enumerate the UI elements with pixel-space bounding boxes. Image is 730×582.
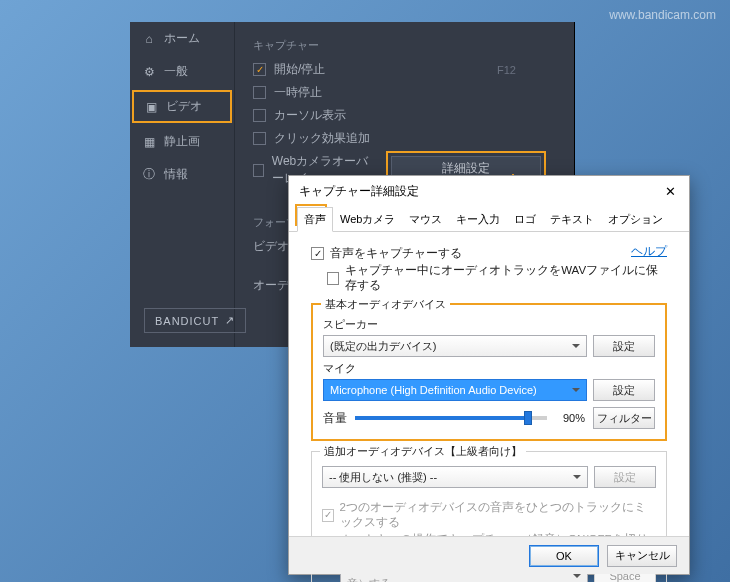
sidebar-item-label: ビデオ (166, 98, 202, 115)
capture-advanced-dialog: キャプチャー詳細設定 ✕ 音声 Webカメラ マウス キー入力 ロゴ テキスト … (288, 175, 690, 575)
gear-icon: ⚙ (142, 65, 156, 79)
checkbox-label: 2つのオーディオデバイスの音声をひとつのトラックにミックスする (340, 500, 657, 530)
tab-keyinput[interactable]: キー入力 (449, 207, 507, 232)
volume-row: 音量 90% フィルター (323, 407, 655, 429)
checkbox-icon[interactable] (253, 86, 266, 99)
cancel-button[interactable]: キャンセル (607, 545, 677, 567)
basic-audio-group: 基本オーディオデバイス スピーカー (既定の出力デバイス) 設定 マイク Mic… (311, 303, 667, 441)
tab-text[interactable]: テキスト (543, 207, 601, 232)
extra-device-dropdown[interactable]: -- 使用しない (推奨) -- (322, 466, 588, 488)
speaker-settings-button[interactable]: 設定 (593, 335, 655, 357)
sidebar-item-video[interactable]: ▣ ビデオ (132, 90, 232, 123)
info-icon: ⓘ (142, 168, 156, 182)
volume-value: 90% (555, 412, 585, 424)
checkbox-icon[interactable] (253, 132, 266, 145)
mic-settings-button[interactable]: 設定 (593, 379, 655, 401)
tab-mouse[interactable]: マウス (402, 207, 449, 232)
sidebar-item-label: ホーム (164, 30, 200, 47)
ok-button[interactable]: OK (529, 545, 599, 567)
bandicut-label: BANDICUT (155, 315, 219, 327)
tab-option[interactable]: オプション (601, 207, 670, 232)
group-legend: 追加オーディオデバイス【上級者向け】 (320, 444, 526, 459)
dialog-title: キャプチャー詳細設定 (299, 183, 419, 200)
opt-pause[interactable]: 一時停止 (253, 84, 556, 101)
home-icon: ⌂ (142, 32, 156, 46)
sidebar-item-image[interactable]: ▦ 静止画 (130, 125, 234, 158)
sidebar-item-general[interactable]: ⚙ 一般 (130, 55, 234, 88)
image-icon: ▦ (142, 135, 156, 149)
dropdown-value: Microphone (High Definition Audio Device… (330, 384, 537, 396)
volume-thumb[interactable] (524, 411, 532, 425)
speaker-label: スピーカー (323, 317, 655, 332)
checkbox-label: キャプチャー中にオーディオトラックをWAVファイルに保存する (345, 263, 667, 293)
checkbox-icon[interactable] (253, 109, 266, 122)
opt-record-toggle[interactable]: 開始/停止 F12 (253, 61, 556, 78)
external-link-icon: ↗ (225, 314, 235, 327)
help-link[interactable]: ヘルプ (631, 244, 667, 259)
opt-label: 開始/停止 (274, 61, 325, 78)
opt-click-effect[interactable]: クリック効果追加 (253, 130, 556, 147)
sidebar-item-label: 情報 (164, 166, 188, 183)
tab-logo[interactable]: ロゴ (507, 207, 543, 232)
dropdown-value: (既定の出力デバイス) (330, 339, 436, 354)
sidebar-item-info[interactable]: ⓘ 情報 (130, 158, 234, 191)
mix-checkbox: 2つのオーディオデバイスの音声をひとつのトラックにミックスする (322, 500, 656, 530)
close-icon: ✕ (665, 184, 676, 199)
dialog-body: ヘルプ 音声をキャプチャーする キャプチャー中にオーディオトラックをWAVファイ… (289, 232, 689, 582)
volume-label: 音量 (323, 411, 347, 426)
tab-webcam[interactable]: Webカメラ (333, 207, 402, 232)
checkbox-icon[interactable] (253, 63, 266, 76)
checkbox-icon[interactable] (311, 247, 324, 260)
tab-audio[interactable]: 音声 (297, 207, 333, 232)
dialog-titlebar: キャプチャー詳細設定 ✕ (289, 176, 689, 206)
checkbox-icon[interactable] (253, 164, 264, 177)
extra-settings-button: 設定 (594, 466, 656, 488)
dialog-tabs: 音声 Webカメラ マウス キー入力 ロゴ テキスト オプション (289, 206, 689, 232)
sidebar-item-home[interactable]: ⌂ ホーム (130, 22, 234, 55)
sidebar: ⌂ ホーム ⚙ 一般 ▣ ビデオ ▦ 静止画 ⓘ 情報 BANDICUT ↗ (130, 22, 235, 347)
mic-dropdown[interactable]: Microphone (High Definition Audio Device… (323, 379, 587, 401)
checkbox-icon (322, 509, 334, 522)
hotkey-value: F12 (497, 64, 516, 76)
bandicut-link[interactable]: BANDICUT ↗ (144, 308, 246, 333)
save-wav-checkbox[interactable]: キャプチャー中にオーディオトラックをWAVファイルに保存する (327, 263, 667, 293)
dialog-footer: OK キャンセル (289, 536, 689, 574)
capture-section-title: キャプチャー (253, 38, 556, 53)
capture-audio-checkbox[interactable]: 音声をキャプチャーする (311, 246, 631, 261)
dropdown-value: -- 使用しない (推奨) -- (329, 470, 437, 485)
opt-label: カーソル表示 (274, 107, 346, 124)
opt-label: クリック効果追加 (274, 130, 370, 147)
video-icon: ▣ (144, 100, 158, 114)
mic-label: マイク (323, 361, 655, 376)
filter-button[interactable]: フィルター (593, 407, 655, 429)
checkbox-label: 音声をキャプチャーする (330, 246, 462, 261)
watermark: www.bandicam.com (609, 8, 716, 22)
volume-fill (355, 416, 528, 420)
sidebar-item-label: 一般 (164, 63, 188, 80)
group-legend: 基本オーディオデバイス (321, 297, 450, 312)
checkbox-icon[interactable] (327, 272, 339, 285)
sidebar-item-label: 静止画 (164, 133, 200, 150)
speaker-dropdown[interactable]: (既定の出力デバイス) (323, 335, 587, 357)
opt-cursor[interactable]: カーソル表示 (253, 107, 556, 124)
opt-label: 一時停止 (274, 84, 322, 101)
close-button[interactable]: ✕ (661, 182, 679, 200)
volume-slider[interactable] (355, 416, 547, 420)
